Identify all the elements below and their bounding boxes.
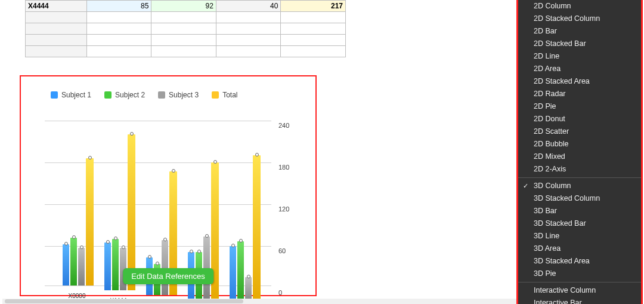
bar-handle-icon[interactable] [239, 239, 243, 242]
legend-label: Subject 2 [115, 91, 145, 99]
edit-data-references-button[interactable]: Edit Data References [123, 268, 213, 284]
menu-item-2d-stacked-bar[interactable]: 2D Stacked Bar [518, 38, 641, 50]
spreadsheet-fragment: X4444 85 92 40 217 [25, 0, 346, 57]
menu-item-2d-donut[interactable]: 2D Donut [518, 113, 641, 125]
bar-handle-icon[interactable] [88, 156, 92, 159]
menu-item-2d-stacked-area[interactable]: 2D Stacked Area [518, 75, 641, 88]
legend-swatch-subject2 [104, 91, 112, 99]
legend-label: Subject 1 [61, 91, 91, 99]
menu-item-2d-line[interactable]: 2D Line [518, 50, 641, 63]
bar-group[interactable] [63, 158, 94, 285]
menu-item-2d-radar[interactable]: 2D Radar [518, 88, 641, 100]
menu-item-2d-stacked-column[interactable]: 2D Stacked Column [518, 13, 641, 25]
bar-blue[interactable] [230, 246, 236, 304]
legend-swatch-total [212, 91, 219, 99]
legend-swatch-subject1 [51, 91, 58, 99]
menu-item-3d-line[interactable]: 3D Line [518, 230, 641, 242]
bar-group[interactable] [230, 155, 261, 304]
bar-handle-icon[interactable] [247, 275, 250, 278]
bar-blue[interactable] [104, 242, 111, 291]
legend-label: Total [222, 91, 237, 99]
bar-yellow[interactable] [128, 134, 135, 290]
chart-selection-box[interactable]: Subject 1 Subject 2 Subject 3 Total 240 … [20, 75, 317, 296]
table-row [26, 35, 346, 46]
bar-handle-icon[interactable] [197, 250, 201, 253]
bar-green[interactable] [70, 238, 77, 286]
menu-item-2d-scatter[interactable]: 2D Scatter [518, 125, 641, 138]
bar-handle-icon[interactable] [163, 238, 167, 241]
bar-handle-icon[interactable] [148, 255, 151, 259]
menu-item-2d-area[interactable]: 2D Area [518, 63, 641, 75]
bar-grey[interactable] [162, 240, 168, 295]
bar-handle-icon[interactable] [231, 244, 235, 247]
cell-subject3[interactable]: 40 [216, 1, 280, 12]
y-tick: 0 [278, 289, 282, 296]
chart-legend: Subject 1 Subject 2 Subject 3 Total [51, 91, 238, 99]
bar-blue[interactable] [63, 244, 69, 285]
horizontal-scrollbar-thumb[interactable] [5, 299, 243, 303]
legend-swatch-subject3 [158, 91, 165, 99]
bar-handle-icon[interactable] [64, 242, 68, 245]
menu-item-2d-2-axis[interactable]: 2D 2-Axis [518, 163, 641, 176]
table-row: X4444 85 92 40 217 [26, 1, 346, 12]
chart-plot-area[interactable]: X0000 X1111 X2222 X3333 X4444 [45, 113, 283, 285]
chart-type-menu[interactable]: 2D Column2D Stacked Column2D Bar2D Stack… [516, 0, 643, 304]
menu-item-2d-bar[interactable]: 2D Bar [518, 25, 641, 38]
menu-item-2d-bubble[interactable]: 2D Bubble [518, 138, 641, 151]
horizontal-scrollbar-track[interactable] [2, 299, 516, 304]
bar-green[interactable] [112, 239, 119, 290]
menu-item-2d-pie[interactable]: 2D Pie [518, 100, 641, 113]
bar-handle-icon[interactable] [122, 245, 125, 249]
table-row [26, 12, 346, 23]
row-header[interactable]: X4444 [26, 1, 87, 12]
bar-handle-icon[interactable] [130, 132, 134, 136]
menu-item-2d-column[interactable]: 2D Column [518, 0, 641, 13]
bar-handle-icon[interactable] [190, 250, 193, 253]
cell-subject2[interactable]: 92 [151, 1, 216, 12]
legend-label: Subject 3 [169, 91, 199, 99]
menu-item-3d-stacked-area[interactable]: 3D Stacked Area [518, 255, 641, 268]
menu-item-3d-bar[interactable]: 3D Bar [518, 205, 641, 217]
bar-yellow[interactable] [86, 158, 94, 285]
bar-group[interactable] [104, 134, 135, 290]
data-table[interactable]: X4444 85 92 40 217 [25, 0, 346, 57]
menu-separator [518, 177, 641, 178]
bar-handle-icon[interactable] [72, 235, 76, 239]
menu-item-interactive-column[interactable]: Interactive Column [518, 284, 641, 297]
bar-handle-icon[interactable] [205, 234, 209, 238]
menu-item-2d-mixed[interactable]: 2D Mixed [518, 151, 641, 163]
table-row [26, 46, 346, 57]
bar-handle-icon[interactable] [106, 240, 110, 244]
bar-yellow[interactable] [253, 155, 261, 304]
bar-handle-icon[interactable] [156, 262, 159, 265]
menu-item-3d-column[interactable]: 3D Column [518, 180, 641, 192]
menu-item-3d-pie[interactable]: 3D Pie [518, 268, 641, 280]
cell-subject1[interactable]: 85 [86, 1, 151, 12]
menu-separator [518, 282, 641, 282]
bar-handle-icon[interactable] [213, 160, 217, 164]
bar-handle-icon[interactable] [255, 153, 259, 156]
menu-item-3d-stacked-column[interactable]: 3D Stacked Column [518, 192, 641, 205]
menu-item-3d-stacked-bar[interactable]: 3D Stacked Bar [518, 217, 641, 230]
table-row [26, 23, 346, 35]
cell-total[interactable]: 217 [281, 1, 346, 12]
bar-grey[interactable] [78, 248, 85, 285]
bar-handle-icon[interactable] [172, 169, 175, 173]
menu-item-interactive-bar[interactable]: Interactive Bar [518, 297, 641, 304]
menu-item-3d-area[interactable]: 3D Area [518, 242, 641, 255]
bar-handle-icon[interactable] [114, 237, 117, 240]
bar-green[interactable] [237, 241, 244, 304]
bar-handle-icon[interactable] [80, 245, 83, 249]
